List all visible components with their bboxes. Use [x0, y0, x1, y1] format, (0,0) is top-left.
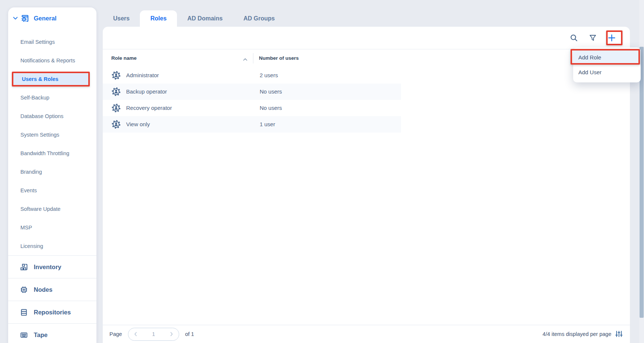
- chevron-down-icon: [13, 16, 18, 20]
- sidebar-general-items: Email Settings Notifications & Reports U…: [8, 29, 96, 255]
- page-selector: 1: [128, 328, 179, 341]
- column-divider: [253, 53, 253, 63]
- sidebar-item-licensing[interactable]: Licensing: [8, 237, 96, 255]
- sidebar-section-label: Repositories: [34, 309, 71, 316]
- items-per-page-summary: 4/4 items displayed per page: [543, 331, 611, 337]
- table-row-view-only[interactable]: View only 1 user: [103, 116, 401, 133]
- add-dropdown-menu: Add Role Add User: [573, 48, 641, 82]
- sidebar-section-label: Inventory: [34, 264, 61, 271]
- role-user-count: No users: [260, 105, 282, 111]
- sidebar-item-software-update[interactable]: Software Update: [8, 200, 96, 218]
- role-icon: [111, 120, 121, 131]
- filter-icon[interactable]: [588, 33, 598, 43]
- role-name: Backup operator: [126, 88, 167, 95]
- sidebar-item-events[interactable]: Events: [8, 181, 96, 200]
- table-row-administrator[interactable]: Administrator 2 users: [103, 67, 401, 84]
- sidebar-section-general[interactable]: General: [8, 7, 96, 29]
- sidebar-item-system-settings[interactable]: System Settings: [8, 125, 96, 144]
- sidebar-section-label: General: [34, 15, 56, 22]
- page-label: Page: [109, 331, 122, 337]
- roles-panel: Role name Number of users Administrator: [103, 27, 630, 343]
- sidebar-item-self-backup[interactable]: Self-Backup: [8, 88, 96, 107]
- roles-table: Administrator 2 users Backup operator No…: [103, 67, 630, 133]
- role-user-count: 2 users: [260, 72, 278, 78]
- sidebar-section-label: Tape: [34, 331, 47, 339]
- sidebar-item-users-roles[interactable]: Users & Roles: [12, 72, 90, 86]
- general-settings-icon: [20, 14, 30, 23]
- role-name: Administrator: [126, 72, 159, 78]
- sidebar-item-database-options[interactable]: Database Options: [8, 107, 96, 125]
- role-icon: [111, 87, 121, 98]
- pagination-bar: Page 1 of 1 4/4 items displayed per page: [103, 325, 630, 343]
- column-header-number-of-users: Number of users: [259, 55, 299, 61]
- sidebar-item-msp[interactable]: MSP: [8, 218, 96, 237]
- tape-icon: [19, 330, 29, 340]
- sidebar-section-repositories[interactable]: Repositories: [8, 301, 96, 323]
- previous-page-icon[interactable]: [133, 331, 138, 337]
- table-header: Role name Number of users: [103, 49, 630, 67]
- repositories-icon: [19, 308, 29, 317]
- sort-asc-icon[interactable]: [243, 56, 247, 62]
- display-settings-icon[interactable]: [615, 330, 623, 338]
- sidebar-section-label: Nodes: [34, 286, 52, 293]
- tab-users[interactable]: Users: [103, 10, 140, 27]
- total-pages-label: of 1: [185, 331, 194, 337]
- column-header-role-name[interactable]: Role name: [111, 55, 137, 61]
- sidebar-item-bandwidth-throttling[interactable]: Bandwidth Throttling: [8, 144, 96, 163]
- tab-ad-domains[interactable]: AD Domains: [177, 10, 233, 27]
- nodes-icon: [19, 285, 29, 294]
- role-user-count: 1 user: [260, 121, 275, 127]
- scrollbar-thumb[interactable]: [640, 47, 644, 318]
- tab-bar: Users Roles AD Domains AD Groups: [103, 10, 285, 27]
- settings-page: General Email Settings Notifications & R…: [0, 0, 644, 343]
- roles-toolbar: [103, 27, 630, 49]
- next-page-icon[interactable]: [169, 331, 174, 337]
- role-icon: [111, 103, 121, 114]
- sidebar-item-notifications-reports[interactable]: Notifications & Reports: [8, 51, 96, 70]
- sidebar-section-tape[interactable]: Tape: [8, 323, 96, 343]
- add-icon[interactable]: [607, 33, 617, 43]
- sidebar-section-inventory[interactable]: Inventory: [8, 255, 96, 278]
- sidebar-section-nodes[interactable]: Nodes: [8, 278, 96, 301]
- sidebar: General Email Settings Notifications & R…: [8, 7, 96, 343]
- inventory-icon: [19, 262, 29, 272]
- tab-ad-groups[interactable]: AD Groups: [233, 10, 285, 27]
- tab-roles[interactable]: Roles: [140, 10, 177, 27]
- role-name: Recovery operator: [126, 105, 172, 111]
- sidebar-item-email-settings[interactable]: Email Settings: [8, 33, 96, 51]
- current-page-value[interactable]: 1: [152, 331, 155, 337]
- role-icon: [111, 71, 121, 82]
- menu-item-add-user[interactable]: Add User: [573, 65, 641, 79]
- menu-item-add-role[interactable]: Add Role: [573, 50, 641, 65]
- sidebar-item-branding[interactable]: Branding: [8, 163, 96, 181]
- role-name: View only: [126, 121, 150, 127]
- role-user-count: No users: [260, 88, 282, 95]
- search-icon[interactable]: [569, 33, 579, 43]
- table-row-recovery-operator[interactable]: Recovery operator No users: [103, 100, 401, 116]
- table-row-backup-operator[interactable]: Backup operator No users: [103, 84, 401, 100]
